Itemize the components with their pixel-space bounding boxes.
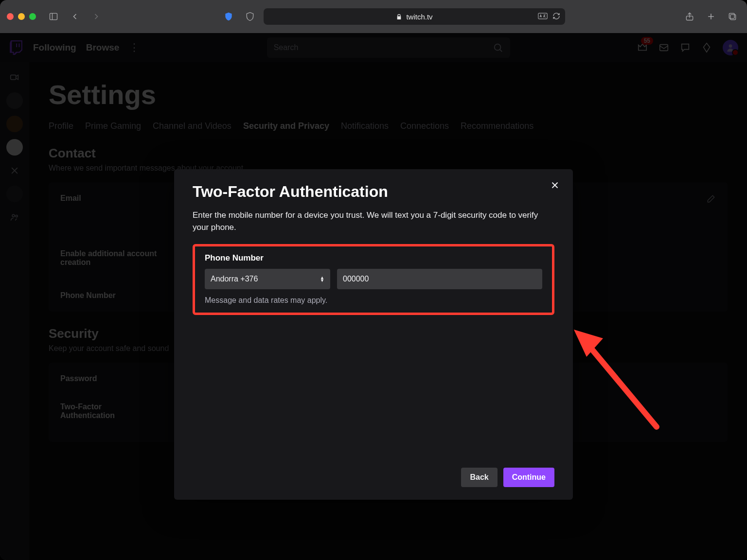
modal-close-button[interactable] xyxy=(548,178,562,192)
country-code-value: Andorra +376 xyxy=(211,275,258,283)
highlighted-phone-section: Phone Number Andorra +376 ▲▼ Message and… xyxy=(193,244,554,315)
tracker-shield-icon[interactable] xyxy=(242,10,258,23)
translate-icon[interactable] xyxy=(538,13,548,21)
phone-number-input[interactable] xyxy=(337,269,542,289)
two-factor-modal: Two-Factor Authentication Enter the mobi… xyxy=(174,169,573,500)
window-close-button[interactable] xyxy=(7,13,14,20)
traffic-lights xyxy=(7,13,36,20)
back-button[interactable]: Back xyxy=(461,468,497,487)
reload-icon[interactable] xyxy=(552,12,560,21)
modal-title: Two-Factor Authentication xyxy=(193,183,554,201)
browser-window: twitch.tv Following xyxy=(0,0,747,560)
svg-rect-0 xyxy=(50,13,57,19)
rates-hint: Message and data rates may apply. xyxy=(205,296,542,305)
window-maximize-button[interactable] xyxy=(29,13,36,20)
continue-button[interactable]: Continue xyxy=(503,468,554,487)
window-minimize-button[interactable] xyxy=(18,13,25,20)
tabs-overview-icon[interactable] xyxy=(725,10,740,23)
new-tab-icon[interactable] xyxy=(703,10,719,23)
sidebar-toggle-icon[interactable] xyxy=(46,10,61,23)
privacy-shield-icon[interactable] xyxy=(221,10,236,23)
url-text: twitch.tv xyxy=(406,13,432,21)
lock-icon xyxy=(396,14,402,20)
forward-button-icon xyxy=(89,10,104,23)
address-bar[interactable]: twitch.tv xyxy=(264,8,565,25)
back-button-icon[interactable] xyxy=(67,10,83,23)
country-code-select[interactable]: Andorra +376 ▲▼ xyxy=(205,269,330,289)
svg-rect-2 xyxy=(538,13,547,19)
page: Following Browse ⋮ Search 55 xyxy=(0,33,747,560)
modal-description: Enter the mobile number for a device you… xyxy=(193,210,554,233)
share-icon[interactable] xyxy=(682,10,697,23)
titlebar: twitch.tv xyxy=(0,0,747,33)
phone-field-label: Phone Number xyxy=(205,253,542,263)
svg-rect-7 xyxy=(729,13,734,18)
select-chevrons-icon: ▲▼ xyxy=(320,276,324,282)
svg-rect-6 xyxy=(730,15,736,20)
